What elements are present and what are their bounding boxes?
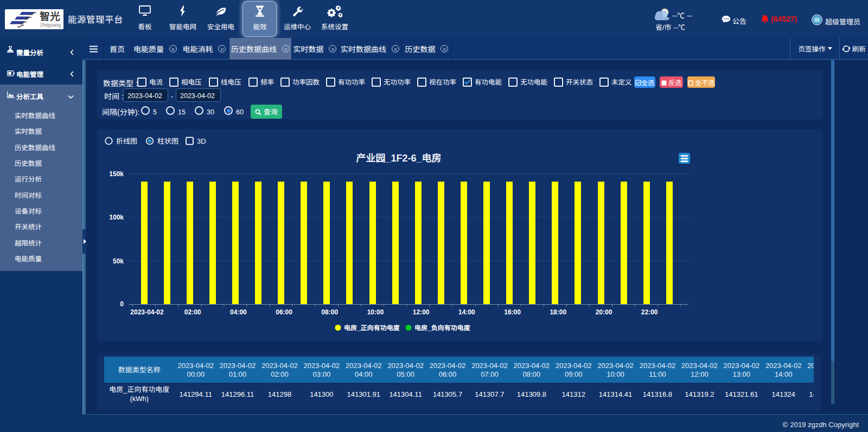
svg-text:3D: 3D — [197, 136, 206, 146]
svg-text:智光: 智光 — [40, 9, 60, 23]
svg-text:14:00: 14:00 — [458, 307, 475, 316]
svg-text:20:00: 20:00 — [596, 307, 612, 316]
svg-text:折线图: 折线图 — [116, 136, 137, 146]
svg-text:100k: 100k — [109, 212, 124, 221]
svg-text:12:00: 12:00 — [413, 307, 430, 316]
svg-text:2023-04-02: 2023-04-02 — [130, 307, 164, 316]
svg-text:150k: 150k — [109, 169, 124, 178]
svg-text:02:00: 02:00 — [184, 307, 201, 316]
svg-text:22:00: 22:00 — [641, 307, 658, 316]
svg-text:08:00: 08:00 — [321, 307, 338, 316]
svg-text:50k: 50k — [113, 256, 124, 265]
svg-text:电房_正向有功电度: 电房_正向有功电度 — [344, 323, 400, 332]
svg-text:18:00: 18:00 — [550, 307, 566, 316]
svg-text:Zhiguang: Zhiguang — [40, 22, 61, 28]
svg-text:0: 0 — [120, 299, 124, 308]
svg-text:06:00: 06:00 — [276, 307, 292, 316]
svg-text:04:00: 04:00 — [230, 307, 247, 316]
svg-text:电房_负向有功电度: 电房_负向有功电度 — [414, 323, 471, 332]
svg-text:柱状图: 柱状图 — [157, 136, 178, 146]
svg-text:16:00: 16:00 — [504, 307, 521, 316]
svg-text:产业园_1F2-6_电房: 产业园_1F2-6_电房 — [356, 150, 441, 164]
svg-text:10:00: 10:00 — [367, 307, 384, 316]
